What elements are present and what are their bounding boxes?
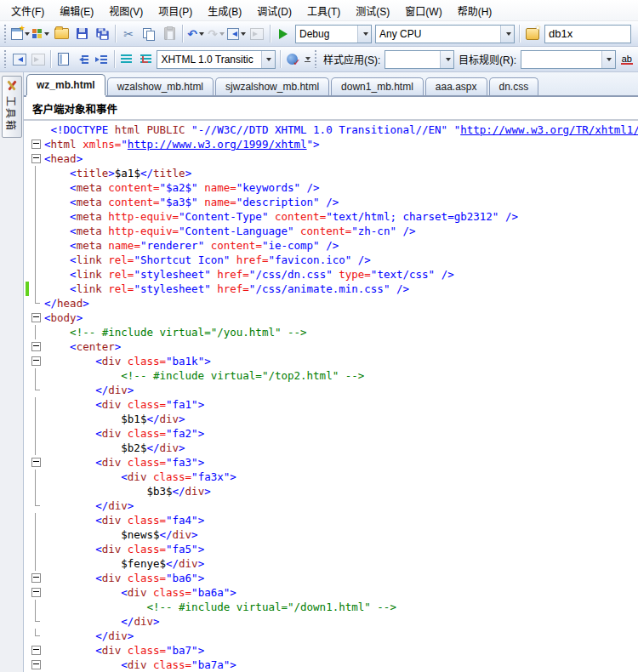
code-line[interactable]: <!-- #include virtual="/top2.html" --> (24, 368, 638, 383)
configuration-combobox[interactable]: Debug (295, 25, 372, 43)
code-line[interactable]: </div> (24, 614, 638, 629)
fold-collapse-box[interactable] (29, 310, 43, 325)
code-line[interactable]: <link rel="Shortcut Icon" href="favicon.… (24, 253, 638, 267)
fold-collapse-box[interactable] (29, 339, 43, 354)
navigate-forward-button[interactable] (248, 25, 266, 43)
undo-button[interactable]: ↶ (186, 25, 205, 43)
toolbar-overflow-button[interactable] (303, 57, 312, 62)
save-button[interactable] (72, 25, 91, 43)
document-tab[interactable]: aaa.aspx (425, 77, 487, 95)
toolbox-tab[interactable]: 工具箱 (2, 76, 22, 138)
code-line[interactable]: <meta http-equiv="Content-Language" cont… (24, 224, 638, 238)
platform-combobox[interactable]: Any CPU (375, 25, 515, 43)
target-rule-combobox[interactable] (521, 50, 616, 69)
menu-item[interactable]: 测试(S) (348, 1, 397, 20)
toolbar-grip[interactable] (3, 50, 8, 68)
fold-collapse-box[interactable] (29, 455, 43, 470)
paste-button[interactable] (160, 25, 179, 43)
code-line[interactable]: <div class="fa2"> (24, 426, 638, 441)
menu-item[interactable]: 项目(P) (151, 1, 200, 20)
code-line[interactable]: <meta name="renderer" content="ie-comp" … (24, 238, 638, 253)
menu-item[interactable]: 生成(B) (200, 1, 249, 20)
code-line[interactable]: <div class="fa4"> (24, 513, 638, 527)
document-tab[interactable]: wzalshow_mb.html (107, 77, 214, 95)
save-all-button[interactable] (93, 25, 111, 43)
code-line[interactable]: <div class="fa5"> (24, 542, 638, 556)
find-in-files-button[interactable] (523, 25, 542, 43)
fold-collapse-box[interactable] (29, 643, 43, 658)
code-area[interactable]: <!DOCTYPE html PUBLIC "-//W3C//DTD XHTML… (24, 121, 638, 672)
code-line[interactable]: <div class="ba6"> (24, 571, 638, 585)
new-project-button[interactable] (11, 25, 30, 43)
code-line[interactable]: </div> (24, 629, 638, 643)
code-line[interactable]: <meta content="$a3$" name="description" … (24, 195, 638, 209)
format-document-button[interactable] (54, 50, 71, 69)
navigate-backward-button[interactable] (227, 25, 246, 43)
menu-item[interactable]: 帮助(H) (450, 1, 500, 20)
code-line[interactable]: </div> (24, 383, 638, 397)
fold-collapse-box[interactable] (29, 585, 43, 600)
add-item-button[interactable] (31, 25, 50, 43)
code-line[interactable]: <meta http-equiv="Content-Type" content=… (24, 209, 638, 224)
code-line[interactable]: <!DOCTYPE html PUBLIC "-//W3C//DTD XHTML… (24, 122, 638, 137)
code-line[interactable]: <div class="fa3"> (24, 455, 638, 470)
code-line[interactable]: <!-- #include virtual="/you.html" --> (24, 325, 638, 339)
menu-item[interactable]: 编辑(E) (52, 1, 101, 20)
client-objects-events-dropdown[interactable]: 客户端对象和事件 (24, 97, 638, 121)
code-line[interactable]: $fenye$</div> (24, 556, 638, 571)
code-line[interactable]: <link rel="stylesheet" href="/css/dn.css… (24, 267, 638, 282)
document-tab[interactable]: sjwzalshow_mb.html (215, 77, 329, 95)
code-line[interactable]: $news$</div> (24, 527, 638, 542)
code-line[interactable]: <title>$a1$</title> (24, 166, 638, 180)
code-line[interactable]: $b3$</div> (24, 484, 638, 498)
document-tab[interactable]: wz_mb.html (26, 74, 105, 95)
open-file-button[interactable] (52, 25, 71, 43)
menu-item[interactable]: 视图(V) (101, 1, 151, 20)
toolbar-grip[interactable] (3, 25, 8, 43)
menu-item[interactable]: 调试(D) (249, 1, 299, 20)
increase-indent-button[interactable] (93, 50, 110, 69)
redo-button[interactable]: ↷ (207, 25, 225, 43)
fold-collapse-box[interactable] (29, 151, 43, 166)
code-line[interactable]: <html xmlns="http://www.w3.org/1999/xhtm… (24, 137, 638, 151)
code-line[interactable]: </div> (24, 498, 638, 513)
check-page-validation-button[interactable] (284, 50, 301, 69)
menu-item[interactable]: 窗口(W) (397, 1, 449, 20)
style-tool-button[interactable]: ab (618, 50, 635, 69)
code-line[interactable]: $b2$</div> (24, 441, 638, 455)
document-tab[interactable]: dn.css (489, 77, 539, 95)
code-line[interactable]: <!-- #include virtual="/down1.html" --> (24, 600, 638, 614)
navigate-forward-button-2[interactable] (30, 50, 47, 69)
fold-collapse-box[interactable] (29, 137, 43, 151)
decrease-indent-button[interactable] (74, 50, 91, 69)
code-line[interactable]: <body> (24, 310, 638, 325)
fold-collapse-box[interactable] (29, 354, 43, 368)
code-line[interactable]: <div class="fa1"> (24, 397, 638, 412)
document-tab[interactable]: down1_mb.html (331, 77, 424, 95)
toolbar-grip[interactable] (314, 50, 318, 68)
code-line[interactable]: <center> (24, 339, 638, 354)
copy-button[interactable] (140, 25, 158, 43)
fold-collapse-box[interactable] (29, 571, 43, 585)
uncomment-lines-button[interactable] (137, 50, 154, 69)
code-line[interactable]: <meta content="$a2$" name="keywords" /> (24, 180, 638, 195)
code-line[interactable]: <div class="fa3x"> (24, 470, 638, 484)
start-debugging-button[interactable] (274, 25, 293, 43)
menu-item[interactable]: 工具(T) (299, 1, 348, 20)
code-line[interactable]: <link rel="stylesheet" href="/css/animat… (24, 282, 638, 296)
code-line[interactable]: </head> (24, 296, 638, 310)
code-line[interactable]: <div class="ba7a"> (24, 658, 638, 672)
fold-collapse-box[interactable] (29, 658, 43, 672)
code-line[interactable]: <div class="ba1k"> (24, 354, 638, 368)
cut-button[interactable]: ✂ (119, 25, 138, 43)
code-line[interactable]: $b1$</div> (24, 412, 638, 426)
find-input[interactable] (544, 25, 631, 43)
code-line[interactable]: <head> (24, 151, 638, 166)
code-line[interactable]: <div class="ba6a"> (24, 585, 638, 600)
validation-schema-combobox[interactable]: XHTML 1.0 Transitic (157, 50, 275, 69)
comment-lines-button[interactable] (118, 50, 135, 69)
navigate-backward-button-2[interactable] (11, 50, 28, 69)
style-apply-combobox[interactable] (385, 50, 454, 69)
code-line[interactable]: <div class="ba7"> (24, 643, 638, 658)
menu-item[interactable]: 文件(F) (3, 1, 52, 20)
